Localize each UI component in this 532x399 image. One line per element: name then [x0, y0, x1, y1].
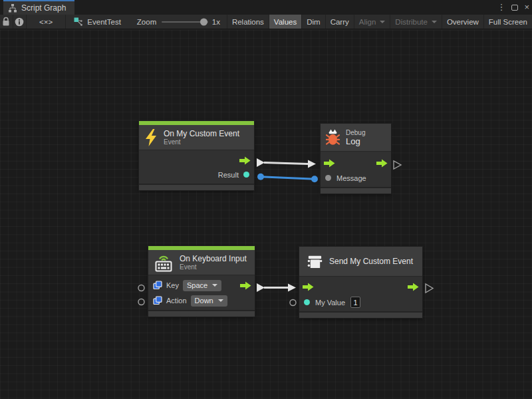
- node-body: Message: [321, 152, 391, 187]
- carry-button[interactable]: Carry: [325, 15, 354, 29]
- graph-toolbar: <×> EventTest Zoom 1x Relations Values D…: [0, 15, 532, 29]
- node-footer: [321, 187, 391, 194]
- message-port-label: Message: [336, 174, 366, 182]
- result-value-port[interactable]: [243, 172, 249, 178]
- custom-event-icon: [307, 253, 323, 270]
- enum-type-icon: [153, 296, 162, 305]
- keyboard-icon: [154, 253, 174, 273]
- tab-bar: Script Graph ⋮ ×: [0, 0, 532, 15]
- node-body: Key Space Action Down: [148, 275, 255, 310]
- lock-icon: [2, 17, 10, 27]
- key-port-label: Key: [166, 281, 179, 289]
- node-debug-log[interactable]: Debug Log Message: [321, 124, 391, 194]
- node-header: On Keyboard Input Event: [148, 250, 255, 275]
- action-dropdown[interactable]: Down: [191, 295, 227, 307]
- graph-tree-icon: [8, 4, 17, 13]
- kebab-menu-icon[interactable]: ⋮: [497, 0, 505, 15]
- info-button[interactable]: [13, 15, 27, 29]
- flow-input-port[interactable]: [303, 283, 314, 291]
- overview-button[interactable]: Overview: [442, 15, 483, 29]
- flow-output-port[interactable]: [408, 283, 419, 291]
- node-group-label: Debug: [346, 129, 365, 137]
- zoom-slider[interactable]: [162, 15, 208, 29]
- close-icon[interactable]: ×: [524, 0, 529, 15]
- unconnected-value-in-indicator[interactable]: [138, 299, 144, 305]
- enum-type-icon: [153, 281, 162, 290]
- tab-title: Script Graph: [21, 3, 66, 13]
- unconnected-value-in-indicator[interactable]: [138, 285, 144, 291]
- bug-icon: [326, 128, 340, 146]
- flow-output-port[interactable]: [240, 281, 251, 290]
- flow-output-port[interactable]: [239, 156, 251, 165]
- control-wire-keyboard-to-send[interactable]: [257, 283, 296, 292]
- connections-layer: [0, 30, 532, 399]
- node-on-keyboard-input[interactable]: On Keyboard Input Event Key Space: [148, 246, 255, 317]
- graph-breadcrumb[interactable]: EventTest: [66, 15, 128, 29]
- dim-button[interactable]: Dim: [301, 15, 325, 29]
- lightning-bolt-icon: [144, 129, 158, 146]
- control-wire-custom-to-log[interactable]: [257, 158, 316, 168]
- flow-output-port[interactable]: [376, 159, 388, 168]
- window-controls: ⋮ ×: [497, 0, 529, 15]
- unconnected-flow-out-indicator[interactable]: [426, 284, 433, 293]
- zoom-label: Zoom: [128, 15, 162, 29]
- code-icon: <×>: [39, 18, 53, 26]
- my-value-port-label: My Value: [315, 299, 345, 307]
- graph-name: EventTest: [87, 18, 121, 26]
- node-on-my-custom-event[interactable]: On My Custom Event Event Result: [139, 121, 254, 190]
- info-icon: [15, 17, 24, 27]
- node-header: On My Custom Event Event: [139, 125, 254, 150]
- flow-input-port[interactable]: [324, 159, 335, 168]
- node-title: On Keyboard Input: [180, 254, 247, 263]
- data-wire-result-to-message[interactable]: [257, 174, 318, 183]
- node-title: Log: [346, 137, 365, 146]
- node-subtitle: Event: [164, 138, 239, 146]
- lock-button[interactable]: [0, 15, 13, 29]
- message-value-port[interactable]: [325, 175, 331, 181]
- node-title: On My Custom Event: [164, 129, 239, 138]
- result-port-label: Result: [218, 171, 239, 179]
- tab-script-graph[interactable]: Script Graph: [3, 0, 74, 15]
- node-subtitle: Event: [180, 263, 247, 271]
- graph-node-icon: [74, 17, 83, 27]
- chevron-down-icon: [432, 21, 437, 23]
- my-value-port[interactable]: [304, 299, 310, 305]
- values-button[interactable]: Values: [269, 15, 301, 29]
- maximize-icon[interactable]: [511, 5, 518, 11]
- align-dropdown[interactable]: Align: [354, 15, 390, 29]
- node-footer: [139, 184, 254, 190]
- toolbar-toggle-group: Relations Values Dim Carry Align Distrib…: [227, 15, 532, 29]
- zoom-value: 1x: [208, 15, 227, 29]
- unconnected-flow-out-indicator[interactable]: [394, 161, 401, 169]
- graph-canvas[interactable]: On My Custom Event Event Result: [0, 30, 532, 399]
- chevron-down-icon: [380, 21, 385, 23]
- unconnected-value-in-indicator[interactable]: [290, 300, 296, 306]
- node-body: My Value 1: [299, 277, 422, 311]
- chevron-down-icon: [212, 284, 217, 287]
- relations-button[interactable]: Relations: [227, 15, 269, 29]
- node-header: Send My Custom Event: [299, 247, 422, 277]
- node-footer: [299, 311, 422, 318]
- key-dropdown[interactable]: Space: [183, 280, 221, 291]
- node-body: Result: [139, 150, 254, 184]
- full-screen-button[interactable]: Full Screen: [483, 15, 532, 29]
- my-value-input[interactable]: 1: [350, 297, 360, 308]
- action-port-label: Action: [166, 297, 187, 305]
- node-title: Send My Custom Event: [329, 257, 413, 266]
- distribute-dropdown[interactable]: Distribute: [390, 15, 442, 29]
- chevron-down-icon: [218, 299, 223, 302]
- node-footer: [148, 310, 255, 317]
- zoom-slider-handle[interactable]: [200, 18, 207, 25]
- script-graph-window: Script Graph ⋮ × <×>: [0, 0, 532, 399]
- node-send-my-custom-event[interactable]: Send My Custom Event My Value 1: [299, 247, 422, 318]
- code-preview-button[interactable]: <×>: [27, 15, 66, 29]
- node-header: Debug Log: [321, 124, 391, 152]
